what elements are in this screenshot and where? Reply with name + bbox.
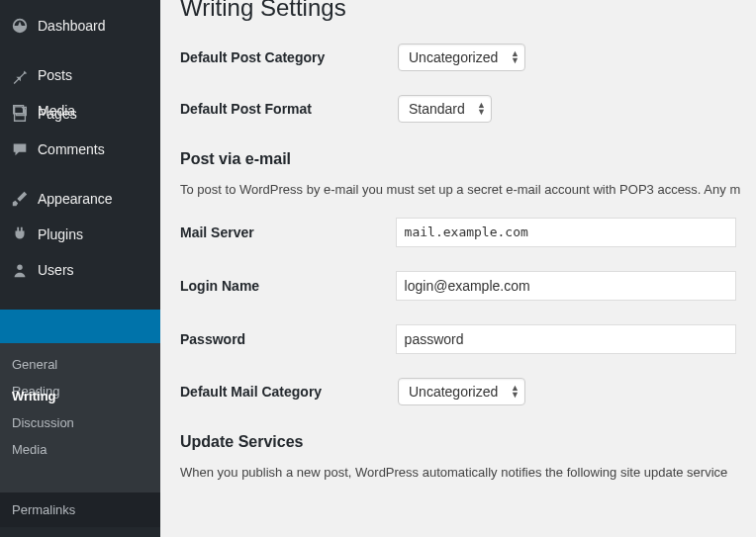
sidebar-label: Dashboard: [38, 18, 106, 34]
submenu-item-writing[interactable]: Writing: [0, 383, 160, 409]
sidebar-item-users[interactable]: Users: [0, 252, 160, 288]
sidebar-item-comments[interactable]: Comments: [0, 132, 160, 167]
sidebar-label: Users: [38, 262, 74, 278]
select-mail-category-wrap: Uncategorized ▲▼: [398, 378, 525, 405]
sidebar-item-appearance[interactable]: Appearance: [0, 181, 160, 217]
svg-point-0: [17, 265, 22, 270]
sidebar-label: Appearance: [38, 191, 113, 207]
label-default-category: Default Post Category: [180, 49, 398, 65]
page-title: Writing Settings: [180, 0, 736, 22]
section-email-title: Post via e-mail: [180, 150, 736, 168]
input-password[interactable]: [396, 324, 736, 354]
submenu-item-general[interactable]: General: [0, 351, 160, 378]
select-default-category[interactable]: Uncategorized: [398, 44, 525, 71]
plug-icon: [10, 224, 30, 244]
main-content: Writing Settings Default Post Category U…: [160, 0, 756, 537]
sidebar-label: Posts: [38, 67, 72, 83]
submenu-item-media[interactable]: Media: [0, 436, 160, 463]
input-mail-server[interactable]: [396, 218, 736, 247]
row-mail-server: Mail Server: [180, 218, 736, 247]
sidebar-item-plugins[interactable]: Plugins: [0, 217, 160, 252]
page-icon: [10, 104, 30, 124]
select-default-category-wrap: Uncategorized ▲▼: [398, 44, 525, 71]
label-mail-category: Default Mail Category: [180, 384, 398, 400]
admin-sidebar: Dashboard Posts Media Pages Comments App…: [0, 0, 160, 537]
label-login-name: Login Name: [180, 278, 396, 294]
row-default-format: Default Post Format Standard ▲▼: [180, 95, 736, 123]
comment-icon: [10, 139, 30, 159]
settings-submenu: General Reading Writing Discussion Media: [0, 343, 160, 475]
label-password: Password: [180, 331, 396, 347]
row-mail-category: Default Mail Category Uncategorized ▲▼: [180, 378, 736, 405]
sidebar-item-pages[interactable]: Pages: [0, 96, 160, 132]
sidebar-label: Comments: [38, 141, 105, 157]
update-description: When you publish a new post, WordPress a…: [180, 463, 736, 483]
select-default-format-wrap: Standard ▲▼: [398, 95, 492, 123]
sidebar-item-dashboard[interactable]: Dashboard: [0, 8, 160, 44]
brush-icon: [10, 189, 30, 209]
row-default-category: Default Post Category Uncategorized ▲▼: [180, 44, 736, 71]
select-mail-category[interactable]: Uncategorized: [398, 378, 525, 405]
label-default-format: Default Post Format: [180, 101, 398, 117]
section-update-title: Update Services: [180, 433, 736, 451]
row-password: Password: [180, 324, 736, 354]
input-login-name[interactable]: [396, 271, 736, 301]
submenu-item-permalinks[interactable]: Permalinks: [0, 492, 160, 527]
sidebar-item-settings-active[interactable]: [0, 310, 160, 343]
row-login-name: Login Name: [180, 271, 736, 301]
sidebar-label: Plugins: [38, 226, 83, 242]
dashboard-icon: [10, 16, 30, 36]
sidebar-item-posts[interactable]: Posts: [0, 57, 160, 93]
sidebar-label: Pages: [38, 106, 77, 122]
user-icon: [10, 260, 30, 280]
pin-icon: [10, 65, 30, 85]
select-default-format[interactable]: Standard: [398, 95, 492, 123]
label-mail-server: Mail Server: [180, 224, 396, 240]
email-description: To post to WordPress by e-mail you must …: [180, 180, 736, 200]
submenu-item-discussion[interactable]: Discussion: [0, 409, 160, 436]
